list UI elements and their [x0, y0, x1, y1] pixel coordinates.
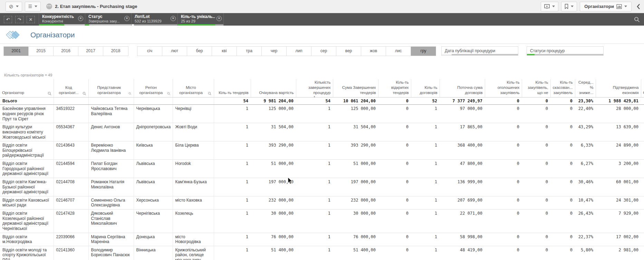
cell-text[interactable]: Біла Церква: [173, 141, 214, 160]
cell-value[interactable]: 207 699,00: [440, 196, 485, 209]
cell-text[interactable]: Веремієнко Людмила Іванівна: [88, 141, 134, 160]
cell-value[interactable]: 97 000,00: [440, 105, 485, 123]
column-header-9[interactable]: Сума Завершених тендерів: [333, 79, 378, 97]
cell-value[interactable]: 1: [411, 233, 440, 246]
cell-value[interactable]: 1: [214, 123, 251, 141]
cell-value[interactable]: 0: [522, 141, 550, 160]
cell-value[interactable]: 136 999,00: [440, 178, 485, 196]
cell-text[interactable]: 34519322: [54, 105, 88, 123]
cell-value[interactable]: 0: [378, 178, 411, 196]
sheet-list-button[interactable]: ☰: [25, 2, 41, 11]
cell-text[interactable]: Крижопільський район, селище міського ти…: [173, 246, 214, 260]
cell-text[interactable]: Жовті Води: [173, 123, 214, 141]
cell-value[interactable]: 2 981,00: [596, 246, 641, 260]
cell-value[interactable]: 393 290,00: [333, 141, 378, 160]
cell-value[interactable]: 13 639,00: [596, 123, 641, 141]
column-header-17[interactable]: Підтверджена економія: [596, 79, 641, 97]
cell-value[interactable]: 1: [296, 123, 333, 141]
cell-text[interactable]: [641, 246, 644, 260]
cell-text[interactable]: Романюк Наталія Миколаївна: [88, 178, 134, 196]
cell-value[interactable]: 76 000,00: [333, 233, 378, 246]
cell-value[interactable]: 17 865,00: [440, 123, 485, 141]
cell-value[interactable]: 26,43%: [575, 210, 596, 233]
cell-value[interactable]: 1: [296, 196, 333, 209]
column-header-3[interactable]: Представник організатора: [88, 79, 134, 97]
cell-value[interactable]: 0: [378, 105, 411, 123]
column-header-18[interactable]: С: [641, 79, 644, 97]
cell-value[interactable]: 30 000,00: [251, 210, 296, 233]
previous-sheet-button[interactable]: [636, 3, 641, 10]
cell-text[interactable]: Козелець: [173, 210, 214, 233]
cell-value[interactable]: 0: [550, 97, 575, 105]
filter-chip-1[interactable]: КонкурентністьКонкурентні✕: [39, 13, 85, 26]
cell-text[interactable]: Вінницька: [134, 246, 173, 260]
cell-text[interactable]: Чернівецька: [134, 105, 173, 123]
filter-chip-3[interactable]: Лот/Lot532 из 1139929✕: [131, 13, 177, 26]
cell-value[interactable]: 0: [485, 246, 522, 260]
cell-value[interactable]: 30,46%: [575, 178, 596, 196]
redo-selection-button[interactable]: ↷: [15, 16, 23, 23]
column-header-13[interactable]: Кіль-ть оголошених закупівель: [485, 79, 522, 97]
cell-value[interactable]: 197 000,00: [333, 178, 378, 196]
cell-text[interactable]: Львівська: [134, 160, 173, 178]
cell-value[interactable]: 0: [522, 210, 550, 233]
cell-value[interactable]: 0: [485, 141, 522, 160]
cell-value[interactable]: 0: [485, 160, 522, 178]
cell-value[interactable]: 7 929,00: [596, 210, 641, 233]
year-button-2017[interactable]: 2017: [78, 47, 103, 56]
cell-value[interactable]: 30 000,00: [333, 210, 378, 233]
cell-text[interactable]: 05534367: [54, 123, 88, 141]
cell-value[interactable]: 1: [214, 160, 251, 178]
remove-filter-icon[interactable]: ✕: [124, 16, 129, 21]
cell-text[interactable]: Пилат Богдан Ярославович: [88, 160, 134, 178]
cell-value[interactable]: 1: [411, 141, 440, 160]
cell-text[interactable]: Відділ освіти Кам'янка-Бузької районної …: [0, 178, 54, 196]
cell-text[interactable]: Відділ освіти Козелецької районної держа…: [0, 210, 54, 233]
cell-value[interactable]: 0: [522, 97, 550, 105]
month-button-тра[interactable]: тра: [237, 47, 262, 56]
sheet-selector-button[interactable]: Організатори: [580, 2, 632, 11]
cell-value[interactable]: 125 000,00: [333, 105, 378, 123]
cell-value[interactable]: 0: [378, 233, 411, 246]
cell-value[interactable]: 0: [378, 160, 411, 178]
cell-value[interactable]: 1: [214, 141, 251, 160]
month-button-кві[interactable]: кві: [212, 47, 237, 56]
cell-text[interactable]: [88, 97, 134, 105]
column-header-16[interactable]: Серед... % зниже...: [575, 79, 596, 97]
cell-text[interactable]: [641, 160, 644, 178]
cell-value[interactable]: 51 000,00: [251, 160, 296, 178]
cell-text[interactable]: [134, 97, 173, 105]
cell-text[interactable]: Horodok: [173, 160, 214, 178]
cell-value[interactable]: 10,47%: [575, 196, 596, 209]
cell-value[interactable]: 24 890,00: [596, 141, 641, 160]
cell-text[interactable]: Чернігівська: [134, 210, 173, 233]
cell-text[interactable]: Всього: [0, 97, 54, 105]
cell-value[interactable]: 1: [411, 178, 440, 196]
cell-text[interactable]: місто Новогродівка: [173, 233, 214, 246]
cell-value[interactable]: 1: [296, 141, 333, 160]
cell-value[interactable]: 232 000,00: [251, 196, 296, 209]
cell-value[interactable]: 3 200,00: [596, 160, 641, 178]
cell-text[interactable]: [641, 141, 644, 160]
cell-value[interactable]: 24 301,00: [596, 196, 641, 209]
cell-text[interactable]: [641, 105, 644, 123]
cell-text[interactable]: Володимир Борисович Панасюк: [88, 246, 134, 260]
cell-value[interactable]: 0: [485, 196, 522, 209]
cell-value[interactable]: 1: [411, 210, 440, 233]
cell-value[interactable]: 47 800,00: [440, 160, 485, 178]
listbox-publication-date[interactable]: Дата публікації процедури: [441, 46, 518, 56]
cell-value[interactable]: 51 000,00: [333, 160, 378, 178]
cell-text[interactable]: [641, 123, 644, 141]
cell-value[interactable]: 0: [550, 196, 575, 209]
month-button-чер[interactable]: чер: [262, 47, 287, 56]
month-button-вер[interactable]: вер: [336, 47, 361, 56]
cell-value[interactable]: 1: [411, 123, 440, 141]
column-header-1[interactable]: Організатор: [0, 79, 54, 97]
column-header-14[interactable]: Кіль-ть закупівель, що не: [522, 79, 550, 97]
cell-value[interactable]: 0: [485, 97, 522, 105]
navigation-menu-button[interactable]: ⊘: [6, 2, 22, 11]
cell-value[interactable]: 1: [214, 246, 251, 260]
bookmark-button[interactable]: [561, 2, 577, 11]
search-icon[interactable]: [167, 92, 170, 95]
cell-text[interactable]: Відділ культури виконавчого комітету Жов…: [0, 123, 54, 141]
